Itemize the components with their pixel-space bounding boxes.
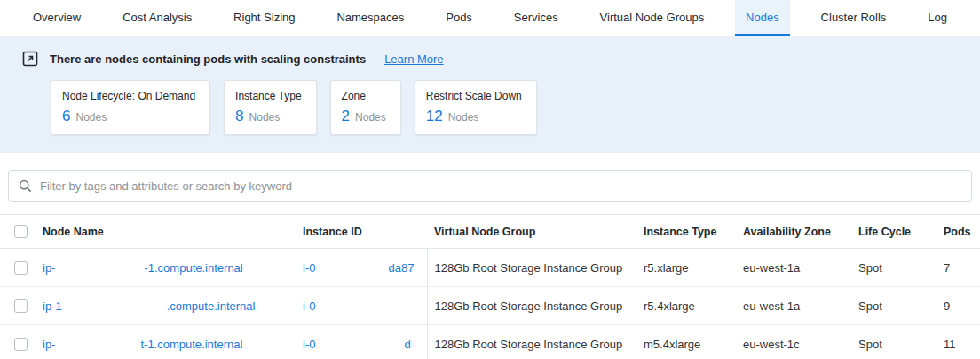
col-virtual-node-group: Virtual Node Group: [427, 215, 636, 249]
card-unit: Nodes: [355, 111, 386, 124]
instance-id-link[interactable]: i-0: [303, 299, 395, 313]
card-title: Instance Type: [235, 90, 302, 102]
card-unit: Nodes: [448, 111, 479, 124]
card-unit: Nodes: [249, 111, 281, 124]
card-restrict-scale-down[interactable]: Restrict Scale Down 12 Nodes: [415, 80, 537, 135]
card-title: Zone: [342, 90, 386, 102]
instance-id-text: d: [404, 338, 410, 351]
instance-id-link[interactable]: i-0da87: [303, 261, 414, 275]
col-life-cycle: Life Cycle: [851, 215, 937, 249]
learn-more-link[interactable]: Learn More: [384, 52, 443, 66]
tab-pods[interactable]: Pods: [435, 0, 483, 36]
card-count: 2: [342, 108, 350, 125]
node-name-link[interactable]: ip--1.compute.internal: [43, 261, 243, 275]
table-header-row: Node Name Instance ID Virtual Node Group…: [0, 215, 980, 249]
instance-id-text: i-0: [303, 261, 315, 275]
scaling-constraints-banner: There are nodes containing pods with sca…: [0, 36, 980, 153]
tab-overview[interactable]: Overview: [22, 0, 91, 36]
availability-zone-cell: eu-west-1a: [736, 249, 851, 287]
card-zone[interactable]: Zone 2 Nodes: [330, 80, 401, 135]
pods-cell: 11: [937, 325, 980, 359]
card-title: Node Lifecycle: On Demand: [62, 90, 195, 102]
tab-nodes[interactable]: Nodes: [735, 0, 790, 36]
node-name-text: -1.compute.internal: [144, 261, 242, 275]
row-checkbox[interactable]: [14, 338, 28, 351]
table-row: ip-t-1.compute.internal i-0d 128Gb Root …: [0, 325, 980, 359]
instance-id-text: da87: [388, 261, 414, 275]
vng-cell: 128Gb Root Storage Instance Group: [427, 249, 636, 287]
instance-type-cell: r5.xlarge: [636, 249, 736, 287]
life-cycle-cell: Spot: [851, 249, 937, 287]
life-cycle-cell: Spot: [851, 287, 937, 325]
availability-zone-cell: eu-west-1c: [736, 325, 851, 359]
col-node-name: Node Name: [36, 215, 296, 249]
card-count: 12: [426, 108, 443, 125]
nodes-table: Node Name Instance ID Virtual Node Group…: [0, 214, 980, 359]
pods-cell: 9: [937, 287, 980, 325]
tab-cost-analysis[interactable]: Cost Analysis: [112, 0, 202, 36]
tab-virtual-node-groups[interactable]: Virtual Node Groups: [589, 0, 715, 36]
card-count: 6: [62, 108, 70, 125]
card-node-lifecycle[interactable]: Node Lifecycle: On Demand 6 Nodes: [51, 80, 210, 135]
table-row: ip-1.compute.internal i-0 128Gb Root Sto…: [0, 287, 980, 325]
table-row: ip--1.compute.internal i-0da87 128Gb Roo…: [0, 249, 980, 287]
card-unit: Nodes: [75, 111, 107, 124]
node-name-text: t-1.compute.internal: [140, 338, 242, 351]
vng-cell: 128Gb Root Storage Instance Group: [427, 287, 636, 325]
node-name-text: ip-: [43, 261, 55, 275]
cluster-tab-bar: Overview Cost Analysis Right Sizing Name…: [0, 0, 980, 36]
tab-right-sizing[interactable]: Right Sizing: [223, 0, 305, 36]
search-icon: [19, 180, 32, 193]
node-name-text: .compute.internal: [167, 299, 256, 313]
filter-bar: [0, 153, 980, 214]
availability-zone-cell: eu-west-1a: [736, 287, 851, 325]
node-name-text: ip-1: [43, 299, 62, 313]
col-instance-type: Instance Type: [636, 215, 736, 249]
node-name-link[interactable]: ip-t-1.compute.internal: [43, 338, 242, 351]
tab-services[interactable]: Services: [503, 0, 569, 36]
banner-message: There are nodes containing pods with sca…: [50, 52, 366, 66]
select-all-checkbox[interactable]: [14, 225, 28, 238]
tab-cluster-rolls[interactable]: Cluster Rolls: [810, 0, 897, 36]
node-name-link[interactable]: ip-1.compute.internal: [43, 299, 255, 313]
constraint-cards: Node Lifecycle: On Demand 6 Nodes Instan…: [51, 80, 958, 135]
instance-id-link[interactable]: i-0d: [303, 338, 411, 351]
card-instance-type[interactable]: Instance Type 8 Nodes: [224, 80, 317, 135]
col-instance-id: Instance ID: [296, 215, 427, 249]
instance-id-text: i-0: [303, 299, 315, 313]
vng-cell: 128Gb Root Storage Instance Group: [427, 325, 636, 359]
tab-log[interactable]: Log: [917, 0, 958, 36]
scaling-constraint-icon: [22, 51, 38, 67]
tab-namespaces[interactable]: Namespaces: [326, 0, 415, 36]
pods-cell: 7: [937, 249, 980, 287]
search-input[interactable]: [40, 180, 961, 193]
node-name-text: ip-: [43, 338, 55, 351]
instance-id-text: i-0: [303, 338, 315, 351]
col-availability-zone: Availability Zone: [736, 215, 851, 249]
search-box[interactable]: [8, 170, 972, 202]
life-cycle-cell: Spot: [851, 325, 937, 359]
instance-type-cell: m5.4xlarge: [636, 325, 736, 359]
card-count: 8: [235, 108, 243, 125]
row-checkbox[interactable]: [14, 261, 28, 275]
card-title: Restrict Scale Down: [426, 90, 522, 102]
col-pods: Pods: [937, 215, 980, 249]
row-checkbox[interactable]: [14, 299, 28, 313]
instance-type-cell: r5.4xlarge: [636, 287, 736, 325]
